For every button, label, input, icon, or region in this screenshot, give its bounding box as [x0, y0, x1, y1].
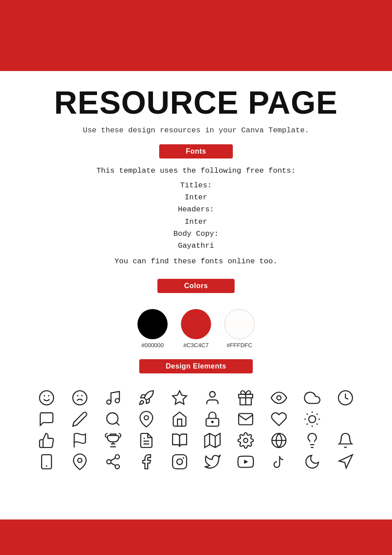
svg-point-0: [40, 391, 54, 405]
trophy-icon: [98, 432, 129, 449]
eye-icon: [263, 389, 295, 406]
font-body-label: Body Copy:: [173, 228, 219, 240]
font-titles-value: Inter: [184, 191, 207, 203]
flag-icon: [64, 432, 96, 449]
svg-line-27: [317, 414, 318, 415]
page-subtitle: Use these design resources in your Canva…: [83, 126, 309, 135]
svg-line-22: [306, 414, 307, 415]
font-headers-value: Inter: [184, 216, 207, 228]
svg-line-15: [116, 422, 119, 425]
search-icon: [98, 411, 129, 428]
font-titles-label: Titles:: [180, 179, 212, 191]
svg-point-46: [115, 464, 120, 469]
svg-marker-33: [205, 433, 220, 448]
rocket-icon: [130, 389, 162, 406]
svg-rect-49: [172, 455, 187, 469]
chat-icon: [31, 411, 63, 428]
svg-line-48: [111, 458, 116, 460]
document-icon: [130, 432, 162, 449]
color-circle-white: [224, 309, 255, 339]
home-icon: [164, 411, 195, 428]
heart-icon: [263, 411, 295, 428]
svg-point-36: [243, 438, 248, 443]
color-label-white: #FFFDFC: [227, 342, 252, 349]
svg-marker-51: [244, 460, 248, 464]
main-content: RESOURCE PAGE Use these design resources…: [0, 71, 392, 519]
location-icon: [64, 453, 96, 470]
svg-point-6: [107, 400, 111, 404]
smiley-icon: [31, 389, 63, 406]
page-title: RESOURCE PAGE: [54, 84, 338, 121]
music-icon: [98, 389, 129, 406]
color-label-black: #000000: [141, 342, 164, 349]
map-icon: [197, 432, 228, 449]
svg-point-12: [277, 396, 281, 400]
globe-icon: [263, 432, 295, 449]
color-circle-red: [181, 309, 211, 339]
twitter-icon: [197, 453, 228, 470]
svg-point-14: [107, 413, 118, 424]
icons-grid: [27, 389, 365, 470]
swatch-white: #FFFDFC: [224, 309, 255, 349]
colors-badge: Colors: [157, 279, 235, 293]
swatch-red: #C3C4C7: [181, 309, 211, 349]
color-swatches: #000000 #C3C4C7 #FFFDFC: [137, 309, 255, 349]
font-body-value: Gayathri: [178, 240, 214, 252]
svg-point-16: [144, 416, 149, 420]
lock-icon: [197, 411, 228, 428]
phone-icon: [31, 453, 63, 470]
colors-section: Colors #000000 #C3C4C7 #FFFDFC: [27, 279, 365, 351]
svg-point-45: [107, 460, 111, 464]
fonts-intro: This template uses the following free fo…: [97, 166, 296, 175]
svg-line-47: [111, 463, 116, 466]
design-elements-badge: Design Elements: [139, 359, 253, 373]
tiktok-icon: [263, 453, 295, 470]
svg-point-19: [309, 416, 316, 423]
svg-point-44: [115, 455, 120, 459]
mail-icon: [230, 411, 262, 428]
share-icon: [98, 453, 129, 470]
bulb-icon: [296, 432, 328, 449]
svg-line-26: [306, 424, 307, 424]
font-headers-label: Headers:: [178, 203, 214, 215]
book-icon: [164, 432, 195, 449]
color-label-red: #C3C4C7: [183, 342, 208, 349]
clock-icon: [329, 389, 361, 406]
svg-rect-41: [42, 455, 51, 469]
svg-marker-8: [172, 391, 187, 404]
star-icon: [164, 389, 195, 406]
svg-point-43: [78, 458, 82, 463]
swatch-black: #000000: [137, 309, 168, 349]
svg-line-23: [317, 424, 318, 424]
svg-point-3: [73, 391, 87, 405]
bell-icon: [329, 432, 361, 449]
sun-icon: [296, 411, 328, 428]
fonts-badge: Fonts: [159, 144, 233, 159]
color-circle-black: [137, 309, 168, 339]
instagram-icon: [164, 453, 195, 470]
pin-icon: [130, 411, 162, 428]
settings-icon: [230, 432, 262, 449]
fonts-online: You can find these fonts online too.: [114, 257, 277, 266]
bottom-bar: [0, 519, 392, 555]
svg-point-18: [212, 421, 213, 423]
fonts-section: Fonts This template uses the following f…: [27, 144, 365, 274]
sad-icon: [64, 389, 96, 406]
moon-icon: [296, 453, 328, 470]
pencil-icon: [64, 411, 96, 428]
design-elements-section: Design Elements: [27, 359, 365, 470]
thumbsup-icon: [31, 432, 63, 449]
cloud-icon: [296, 389, 328, 406]
megaphone-icon: [329, 453, 361, 470]
svg-point-9: [210, 392, 216, 397]
youtube-icon: [230, 453, 262, 470]
gift-icon: [230, 389, 262, 406]
placeholder-icon-r2: [329, 411, 361, 428]
svg-point-7: [115, 399, 120, 403]
person-icon: [197, 389, 228, 406]
top-bar: [0, 0, 392, 71]
facebook-icon: [130, 453, 162, 470]
